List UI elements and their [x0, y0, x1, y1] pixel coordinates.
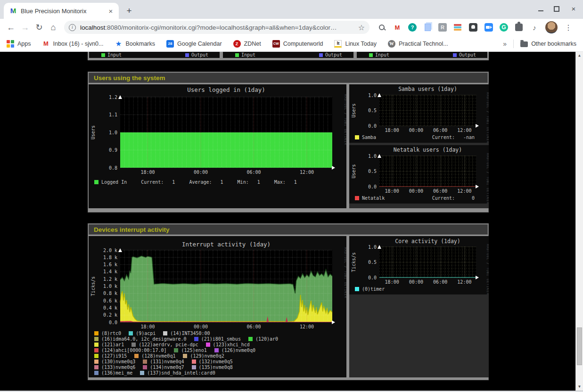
svg-text:1.6 k: 1.6 k [103, 262, 117, 267]
r-extension-icon[interactable]: R [438, 23, 447, 32]
bookmark-label: Bookmarks [126, 41, 156, 47]
svg-text:Core activity (1day): Core activity (1day) [395, 238, 460, 245]
back-icon[interactable]: ← [4, 20, 18, 34]
core-activity-legend: (0)timer [355, 286, 487, 292]
bookmark-apps[interactable]: Apps [7, 40, 31, 48]
extensions-puzzle-icon[interactable] [514, 23, 524, 32]
window-minimize-icon[interactable] [538, 7, 543, 11]
samba-users-graph[interactable]: 0.00.51.018:0000:0006:0012:00Samba users… [349, 84, 489, 143]
url-bar[interactable]: i localhost:8080/monitorix-cgi/monitorix… [64, 21, 370, 34]
legend-swatch [94, 343, 99, 347]
window-close-icon[interactable]: × [570, 4, 577, 14]
new-tab-button[interactable]: + [123, 6, 135, 17]
url-text[interactable]: localhost:8080/monitorix-cgi/monitorix.c… [80, 24, 355, 31]
grid-dot [11, 40, 14, 43]
legend-item: (14)INT3450:00 [163, 331, 210, 336]
network-graph-panel[interactable]: Input Output [357, 52, 487, 58]
legend-swatch [183, 354, 187, 358]
bookmark-label: ZDNet [244, 41, 261, 47]
playlist-extension-icon[interactable]: ♪ [530, 23, 539, 32]
legend-swatch [355, 196, 359, 200]
reading-list-extension-icon[interactable] [453, 23, 462, 32]
svg-text:0.0: 0.0 [109, 320, 117, 325]
network-graph-panel[interactable]: Input Output [223, 52, 353, 58]
legend-item: (121)ar1 [94, 342, 124, 348]
svg-text:1.2: 1.2 [109, 95, 117, 100]
tab-close-icon[interactable]: × [107, 7, 115, 15]
output-label: Output [459, 52, 476, 57]
page-info-icon[interactable]: i [69, 24, 76, 31]
bookmark-linux-today[interactable]: lt Linux Today [334, 40, 377, 48]
grid-dot [7, 40, 10, 43]
svg-text:1.8 k: 1.8 k [103, 255, 117, 260]
svg-text:0.9: 0.9 [109, 147, 117, 153]
monitorix-page: Input Output Input Output Input Output U… [0, 52, 583, 392]
svg-text:0.0: 0.0 [368, 275, 377, 280]
camera-icon [484, 23, 493, 32]
legend-input: Input [369, 52, 389, 57]
magnifier-icon [379, 24, 385, 30]
svg-text:12:00: 12:00 [300, 324, 314, 329]
gmail-extension-icon[interactable]: M [393, 23, 402, 32]
scroll-up-icon[interactable]: ▲ [576, 52, 583, 59]
netatalk-users-graph[interactable]: 0.00.51.018:0000:0006:0012:00Netatalk us… [349, 145, 489, 204]
reload-icon[interactable]: ↻ [32, 20, 46, 34]
legend-series: (0)timer [355, 286, 385, 292]
core-activity-graph[interactable]: 0.00.51.018:0000:0006:0012:00Core activi… [349, 236, 489, 294]
lamp-extension-icon[interactable] [468, 23, 478, 32]
svg-text:06:00: 06:00 [246, 170, 261, 175]
legend-swatch [94, 365, 99, 369]
interrupt-activity-graph[interactable]: 0.00.2 k0.4 k0.6 k0.8 k1.0 k1.2 k1.4 k1.… [89, 236, 346, 377]
users-logged-in-graph[interactable]: 0.80.91.01.11.218:0000:0006:0012:00Users… [89, 84, 346, 208]
network-section-cutoff: Input Output Input Output Input Output [88, 52, 489, 60]
zoom-extension-icon[interactable] [484, 23, 493, 32]
svg-text:M: M [10, 7, 16, 15]
legend-item: (133)nvme0q6 [94, 365, 135, 370]
output-label: Output [325, 52, 342, 57]
legend-item: (125)eno1 [174, 348, 206, 353]
other-bookmarks-button[interactable]: Other bookmarks [520, 40, 576, 47]
legend-swatch [94, 348, 99, 352]
legend-stat: Min:1 [238, 180, 260, 185]
search-extension-icon[interactable] [377, 23, 386, 32]
legend-swatch [129, 331, 133, 335]
bookmark-star-icon[interactable]: ☆ [358, 23, 365, 32]
scroll-down-icon[interactable]: ▼ [576, 383, 583, 391]
legend-item: (123)xhci_hcd [206, 342, 250, 348]
network-graph-panel[interactable]: Input Output [89, 52, 220, 58]
bookmarks-overflow-chevron[interactable]: » [503, 40, 507, 48]
legend-item: (132)nvme0q5 [192, 359, 233, 365]
bookmark-zdnet[interactable]: Z ZDNet [233, 40, 261, 48]
copy-pages-extension-icon[interactable] [423, 23, 432, 32]
scrollbar-thumb[interactable] [577, 327, 582, 365]
browser-tab[interactable]: M Blue Precision Monitorix × [4, 3, 119, 19]
grid-dot [7, 44, 10, 48]
svg-text:Interrupt activity (1day): Interrupt activity (1day) [182, 241, 271, 248]
forward-icon[interactable]: → [18, 20, 32, 34]
svg-text:1.0: 1.0 [368, 154, 377, 159]
svg-text:1.4 k: 1.4 k [103, 269, 117, 274]
menu-kebab-icon[interactable]: ⋮ [564, 23, 573, 32]
input-swatch [101, 53, 105, 57]
svg-text:12:00: 12:00 [457, 188, 471, 194]
home-icon[interactable]: ⌂ [46, 20, 60, 34]
grammarly-extension-icon[interactable]: G [500, 23, 508, 32]
bookmark-practical-technology[interactable]: W Practical Technol... [388, 40, 448, 48]
legend-item: (8)rtc0 [94, 331, 121, 336]
bookmark-bookmarks[interactable]: ★ Bookmarks [115, 40, 156, 48]
window-maximize-icon[interactable] [554, 6, 559, 12]
svg-text:00:00: 00:00 [409, 188, 423, 194]
legend-swatch [131, 343, 136, 347]
wordpress-icon: W [388, 40, 395, 48]
svg-text:RRDTOOL / TOBI OETIKER: RRDTOOL / TOBI OETIKER [344, 247, 346, 298]
svg-text:0.5: 0.5 [368, 260, 377, 265]
bookmark-inbox[interactable]: M Inbox (16) - sjvn0... [42, 40, 104, 48]
folder-icon [520, 41, 528, 47]
vertical-scrollbar[interactable]: ▲ ▼ [575, 52, 583, 391]
blocker-extension-icon[interactable]: ? [408, 23, 417, 32]
profile-avatar[interactable] [545, 21, 558, 33]
browser-toolbar: ← → ↻ ⌂ i localhost:8080/monitorix-cgi/m… [0, 19, 583, 36]
bookmark-computerworld[interactable]: CW Computerworld [272, 40, 323, 48]
bookmark-google-calendar[interactable]: 28 Google Calendar [166, 40, 222, 48]
bookmark-label: Google Calendar [177, 41, 222, 47]
